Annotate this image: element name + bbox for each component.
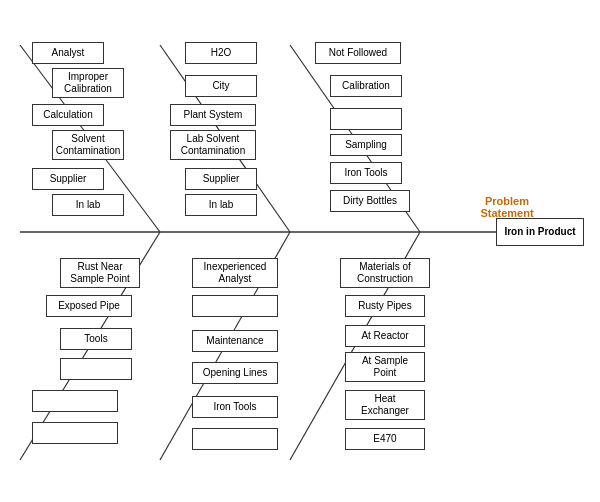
iron-tools-tr-box: Iron Tools <box>330 162 402 184</box>
rusty-pipes-box: Rusty Pipes <box>345 295 425 317</box>
solvent-contamination-box: SolventContamination <box>52 130 124 160</box>
inlab-mid-box: In lab <box>185 194 257 216</box>
h2o-box: H2O <box>185 42 257 64</box>
tools-bl-box: Tools <box>60 328 132 350</box>
blank-bl2-box <box>32 390 118 412</box>
inlab-tl-box: In lab <box>52 194 124 216</box>
inexperienced-box: InexperiencedAnalyst <box>192 258 278 288</box>
lab-solvent-box: Lab SolventContamination <box>170 130 256 160</box>
fishbone-diagram: ProblemStatement Analyst ImproperCalibra… <box>0 0 600 502</box>
problem-box: Iron in Product <box>496 218 584 246</box>
blank-bl3-box <box>32 422 118 444</box>
city-box: City <box>185 75 257 97</box>
dirty-bottles-box: Dirty Bottles <box>330 190 410 212</box>
supplier-tl-box: Supplier <box>32 168 104 190</box>
opening-lines-box: Opening Lines <box>192 362 278 384</box>
blank-bl1-box <box>60 358 132 380</box>
materials-box: Materials ofConstruction <box>340 258 430 288</box>
blank-bm1-box <box>192 295 278 317</box>
improper-calibration-box: ImproperCalibration <box>52 68 124 98</box>
blank-r1-box <box>330 108 402 130</box>
sampling-box: Sampling <box>330 134 402 156</box>
blank-bm2-box <box>192 428 278 450</box>
calculation-box: Calculation <box>32 104 104 126</box>
maintenance-box: Maintenance <box>192 330 278 352</box>
at-sample-box: At SamplePoint <box>345 352 425 382</box>
supplier-mid-box: Supplier <box>185 168 257 190</box>
at-reactor-box: At Reactor <box>345 325 425 347</box>
not-followed-box: Not Followed <box>315 42 401 64</box>
exposed-pipe-box: Exposed Pipe <box>46 295 132 317</box>
calibration-r-box: Calibration <box>330 75 402 97</box>
analyst-box: Analyst <box>32 42 104 64</box>
rust-near-box: Rust NearSample Point <box>60 258 140 288</box>
heat-exchanger-box: HeatExchanger <box>345 390 425 420</box>
plant-system-box: Plant System <box>170 104 256 126</box>
e470-box: E470 <box>345 428 425 450</box>
iron-tools-bm-box: Iron Tools <box>192 396 278 418</box>
problem-statement-label: ProblemStatement <box>472 195 542 219</box>
